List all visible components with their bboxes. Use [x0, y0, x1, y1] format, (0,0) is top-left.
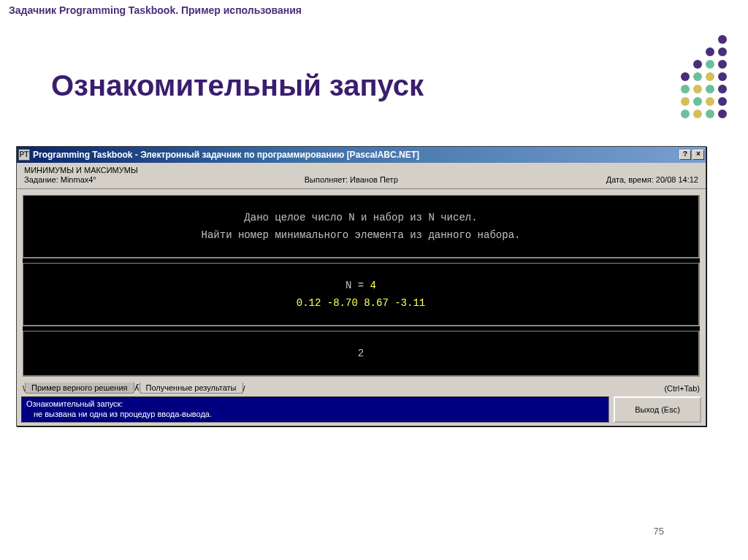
titlebar: PT Programming Taskbook - Электронный за…: [17, 147, 706, 163]
info-bar: МИНИМУМЫ И МАКСИМУМЫ Задание: Minmax4° В…: [17, 163, 706, 189]
status-line-2: не вызвана ни одна из процедур ввода-выв…: [26, 410, 604, 420]
tab-results[interactable]: Полученные результаты: [140, 383, 243, 394]
exit-button[interactable]: Выход (Esc): [614, 396, 701, 423]
help-button[interactable]: ?: [679, 150, 691, 160]
window-title: Programming Taskbook - Электронный задач…: [33, 150, 678, 160]
slide-title: Ознакомительный запуск: [51, 69, 424, 102]
close-button[interactable]: ×: [692, 150, 704, 160]
task-description-panel: Дано целое число N и набор из N чисел. Н…: [23, 195, 700, 258]
task-label: Задание: Minmax4°: [24, 175, 96, 184]
decorative-dots: [681, 35, 741, 120]
status-message: Ознакомительный запуск: не вызвана ни од…: [21, 396, 609, 423]
tab-example-solution[interactable]: Пример верного решения: [25, 383, 134, 394]
input-n-prefix: N =: [346, 280, 370, 291]
section-label: МИНИМУМЫ И МАКСИМУМЫ: [24, 166, 698, 174]
datetime-label: Дата, время: 20/08 14:12: [606, 175, 698, 184]
slide-header: Задачник Programming Taskbook. Пример ис…: [9, 4, 302, 16]
tab-shortcut-hint: (Ctrl+Tab): [664, 384, 700, 393]
desc-line-2: Найти номер минимального элемента из дан…: [31, 229, 691, 241]
desc-line-1: Дано целое число N и набор из N чисел.: [31, 212, 691, 223]
console-area: Дано целое число N и набор из N чисел. Н…: [23, 195, 700, 377]
output-panel: 2: [23, 331, 700, 377]
page-number: 75: [654, 526, 664, 537]
input-n-line: N = 4: [31, 280, 691, 291]
input-data-panel: N = 4 0.12 -8.70 8.67 -3.11: [23, 263, 700, 326]
tabs-row: \ Пример верного решения ʎ Полученные ре…: [17, 383, 706, 395]
app-window: PT Programming Taskbook - Электронный за…: [16, 146, 706, 426]
input-values-line: 0.12 -8.70 8.67 -3.11: [31, 297, 691, 309]
executor-label: Выполняет: Иванов Петр: [305, 175, 398, 184]
input-n-value: 4: [370, 280, 376, 291]
output-value: 2: [31, 348, 691, 359]
status-line-1: Ознакомительный запуск:: [26, 399, 604, 410]
bottom-bar: Ознакомительный запуск: не вызвана ни од…: [17, 395, 706, 426]
app-icon: PT: [18, 149, 30, 161]
